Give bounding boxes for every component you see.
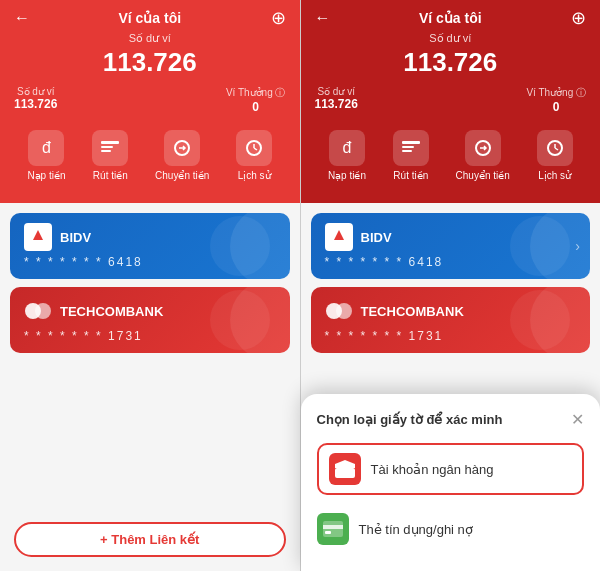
left-vi-thuong-value: 0 bbox=[226, 100, 286, 114]
modal-credit-card-label: Thẻ tín dụng/ghi nợ bbox=[359, 522, 473, 537]
right-lich-su-icon bbox=[537, 130, 573, 166]
left-so-du-vi-label: Số dư ví bbox=[14, 86, 57, 97]
left-vi-thuong-label: Ví Thưởng ⓘ bbox=[226, 86, 286, 100]
right-chuyen-tien-icon bbox=[465, 130, 501, 166]
left-balance-amount: 113.726 bbox=[14, 47, 286, 78]
right-action-rut-tien[interactable]: Rút tiền bbox=[393, 130, 429, 181]
left-action-chuyen-tien[interactable]: Chuyển tiền bbox=[155, 130, 209, 181]
left-header: ← Ví của tôi ⊕ Số dư ví 113.726 Số dư ví… bbox=[0, 0, 300, 203]
right-bidv-chevron: › bbox=[575, 238, 580, 254]
bank-account-icon bbox=[329, 453, 361, 485]
left-cards-area: BIDV * * * * * * * 6418 TECHCOMBANK * * … bbox=[0, 203, 300, 512]
right-action-chuyen-tien[interactable]: Chuyển tiền bbox=[456, 130, 510, 181]
right-vi-thuong-value: 0 bbox=[526, 100, 586, 114]
techcom-logo-right bbox=[325, 297, 353, 325]
modal-title: Chọn loại giấy tờ để xác minh bbox=[317, 412, 503, 427]
svg-marker-24 bbox=[335, 460, 355, 464]
chuyen-tien-icon bbox=[164, 130, 200, 166]
left-techcombank-card[interactable]: TECHCOMBANK * * * * * * * 1731 bbox=[10, 287, 290, 353]
rut-tien-icon bbox=[92, 130, 128, 166]
left-vi-thuong: Ví Thưởng ⓘ 0 bbox=[226, 86, 286, 114]
left-action-nap-tien[interactable]: đ Nạp tiền bbox=[27, 130, 65, 181]
right-action-nap-tien[interactable]: đ Nạp tiền bbox=[328, 130, 366, 181]
left-action-rut-tien[interactable]: Rút tiền bbox=[92, 130, 128, 181]
right-vi-thuong-label: Ví Thưởng ⓘ bbox=[526, 86, 586, 100]
right-bidv-name: BIDV bbox=[361, 230, 392, 245]
modal-item-credit-card[interactable]: Thẻ tín dụng/ghi nợ bbox=[317, 503, 585, 555]
bidv-logo-right bbox=[325, 223, 353, 251]
credit-card-icon bbox=[317, 513, 349, 545]
lich-su-label: Lịch sử bbox=[238, 170, 271, 181]
right-techcombank-card[interactable]: TECHCOMBANK * * * * * * * 1731 bbox=[311, 287, 591, 353]
svg-line-6 bbox=[254, 148, 257, 150]
right-vi-thuong: Ví Thưởng ⓘ 0 bbox=[526, 86, 586, 114]
svg-rect-11 bbox=[402, 141, 420, 144]
left-techcombank-name: TECHCOMBANK bbox=[60, 304, 163, 319]
nap-tien-label: Nạp tiền bbox=[27, 170, 65, 181]
right-balance-amount: 113.726 bbox=[315, 47, 587, 78]
right-lich-su-label: Lịch sử bbox=[538, 170, 571, 181]
right-techcombank-name: TECHCOMBANK bbox=[361, 304, 464, 319]
svg-rect-26 bbox=[323, 525, 343, 529]
left-bidv-name: BIDV bbox=[60, 230, 91, 245]
right-rut-tien-label: Rút tiền bbox=[393, 170, 428, 181]
left-actions: đ Nạp tiền Rút tiền bbox=[14, 124, 286, 191]
left-so-du-vi: Số dư ví 113.726 bbox=[14, 86, 57, 114]
right-header: ← Ví của tôi ⊕ Số dư ví 113.726 Số dư ví… bbox=[301, 0, 601, 203]
right-header-top: ← Ví của tôi ⊕ bbox=[315, 10, 587, 26]
right-balance-label: Số dư ví bbox=[315, 32, 587, 45]
left-header-title: Ví của tôi bbox=[118, 10, 181, 26]
svg-rect-22 bbox=[335, 468, 355, 478]
bidv-logo-left bbox=[24, 223, 52, 251]
lich-su-icon bbox=[236, 130, 272, 166]
right-header-title: Ví của tôi bbox=[419, 10, 482, 26]
left-header-top: ← Ví của tôi ⊕ bbox=[14, 10, 286, 26]
modal-close-button[interactable]: ✕ bbox=[571, 410, 584, 429]
modal-bank-account-label: Tài khoản ngân hàng bbox=[371, 462, 494, 477]
left-back-button[interactable]: ← bbox=[14, 9, 30, 27]
right-action-lich-su[interactable]: Lịch sử bbox=[537, 130, 573, 181]
right-rut-tien-icon bbox=[393, 130, 429, 166]
left-balance-row: Số dư ví 113.726 Ví Thưởng ⓘ 0 bbox=[14, 86, 286, 114]
left-add-link-area: + Thêm Liên kết bbox=[0, 512, 300, 571]
left-so-du-vi-value: 113.726 bbox=[14, 97, 57, 111]
left-add-button[interactable]: ⊕ bbox=[271, 7, 286, 29]
svg-line-17 bbox=[555, 148, 558, 150]
chuyen-tien-label: Chuyển tiền bbox=[155, 170, 209, 181]
svg-rect-2 bbox=[101, 150, 111, 152]
modal-overlay: Chọn loại giấy tờ để xác minh ✕ Tài khoả… bbox=[301, 394, 601, 571]
techcom-logo-left bbox=[24, 297, 52, 325]
svg-point-21 bbox=[336, 303, 352, 319]
svg-rect-1 bbox=[101, 146, 113, 148]
left-action-lich-su[interactable]: Lịch sử bbox=[236, 130, 272, 181]
right-so-du-vi: Số dư ví 113.726 bbox=[315, 86, 358, 114]
svg-rect-23 bbox=[335, 464, 355, 468]
right-nap-tien-icon: đ bbox=[329, 130, 365, 166]
right-panel: ← Ví của tôi ⊕ Số dư ví 113.726 Số dư ví… bbox=[301, 0, 601, 571]
right-balance-row: Số dư ví 113.726 Ví Thưởng ⓘ 0 bbox=[315, 86, 587, 114]
left-balance-label: Số dư ví bbox=[14, 32, 286, 45]
right-back-button[interactable]: ← bbox=[315, 9, 331, 27]
right-nap-tien-label: Nạp tiền bbox=[328, 170, 366, 181]
left-add-link-button[interactable]: + Thêm Liên kết bbox=[14, 522, 286, 557]
right-so-du-vi-value: 113.726 bbox=[315, 97, 358, 111]
rut-tien-label: Rút tiền bbox=[93, 170, 128, 181]
svg-point-10 bbox=[35, 303, 51, 319]
svg-rect-0 bbox=[101, 141, 119, 144]
modal-header: Chọn loại giấy tờ để xác minh ✕ bbox=[317, 410, 585, 429]
left-panel: ← Ví của tôi ⊕ Số dư ví 113.726 Số dư ví… bbox=[0, 0, 300, 571]
nap-tien-icon: đ bbox=[28, 130, 64, 166]
modal-item-bank-account[interactable]: Tài khoản ngân hàng bbox=[317, 443, 585, 495]
svg-rect-13 bbox=[402, 150, 412, 152]
right-bidv-card[interactable]: BIDV * * * * * * * 6418 › bbox=[311, 213, 591, 279]
left-bidv-card[interactable]: BIDV * * * * * * * 6418 bbox=[10, 213, 290, 279]
right-add-button[interactable]: ⊕ bbox=[571, 7, 586, 29]
svg-rect-27 bbox=[325, 531, 331, 534]
svg-rect-12 bbox=[402, 146, 414, 148]
right-actions: đ Nạp tiền Rút tiền bbox=[315, 124, 587, 191]
right-so-du-vi-label: Số dư ví bbox=[315, 86, 358, 97]
right-chuyen-tien-label: Chuyển tiền bbox=[456, 170, 510, 181]
